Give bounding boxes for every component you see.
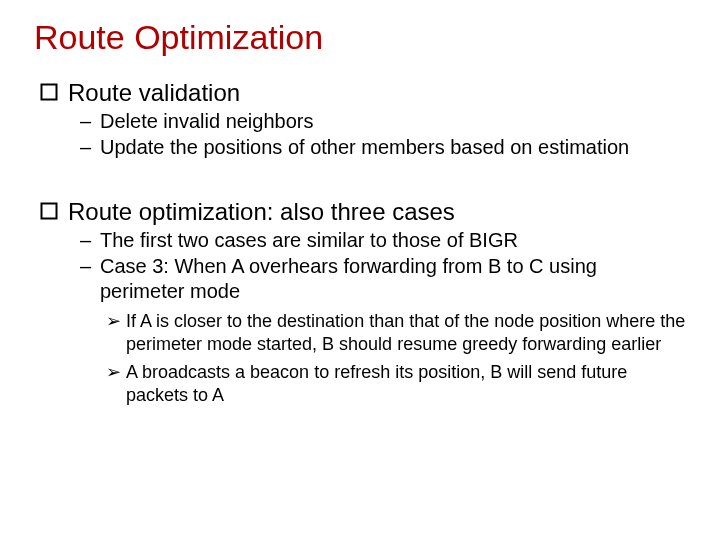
svg-rect-1 <box>42 204 57 219</box>
list-item: Case 3: When A overhears forwarding from… <box>80 254 686 304</box>
section-heading: Route validation <box>40 79 686 107</box>
list-item: A broadcasts a beacon to refresh its pos… <box>106 361 686 406</box>
section-heading-text: Route validation <box>68 79 240 106</box>
section-heading-text: Route optimization: also three cases <box>68 198 455 225</box>
hollow-square-icon <box>40 83 58 101</box>
spacer <box>34 162 686 184</box>
list-item: The first two cases are similar to those… <box>80 228 686 253</box>
hollow-square-icon <box>40 202 58 220</box>
section-heading: Route optimization: also three cases <box>40 198 686 226</box>
slide-title: Route Optimization <box>34 18 686 57</box>
section-route-validation: Route validation Delete invalid neighbor… <box>34 79 686 160</box>
chevron-list: If A is closer to the destination than t… <box>106 310 686 406</box>
dash-list: The first two cases are similar to those… <box>80 228 686 304</box>
list-item: Update the positions of other members ba… <box>80 135 686 160</box>
svg-rect-0 <box>42 85 57 100</box>
list-item: If A is closer to the destination than t… <box>106 310 686 355</box>
section-route-optimization: Route optimization: also three cases The… <box>34 198 686 406</box>
slide: Route Optimization Route validation Dele… <box>0 0 720 540</box>
dash-list: Delete invalid neighbors Update the posi… <box>80 109 686 160</box>
list-item: Delete invalid neighbors <box>80 109 686 134</box>
